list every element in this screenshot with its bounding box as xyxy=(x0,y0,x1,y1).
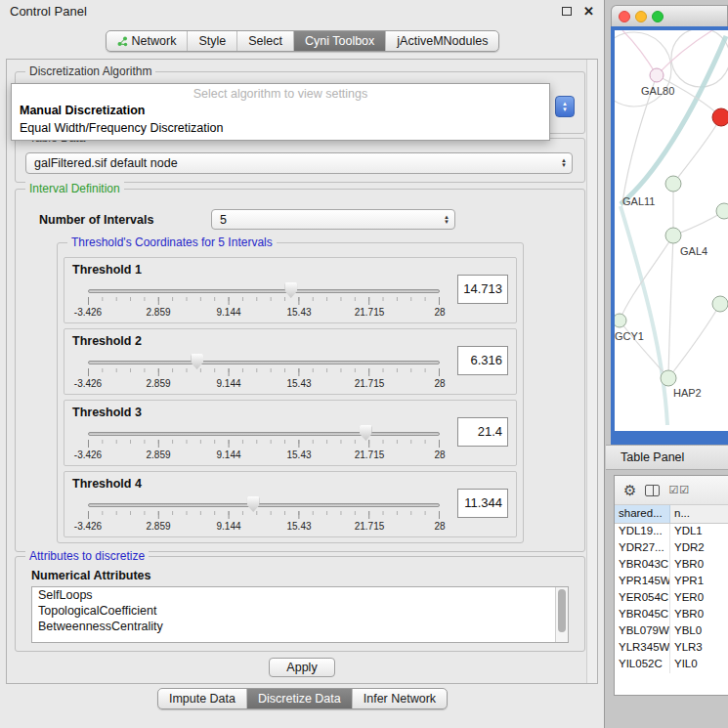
table-row[interactable]: YLR345WYLR3 xyxy=(615,640,728,657)
scale-label: 9.144 xyxy=(216,521,240,532)
table-row[interactable]: YBR045CYBR0 xyxy=(615,607,728,623)
threshold-value-field[interactable]: 21.4 xyxy=(457,417,508,447)
threshold-slider[interactable]: -3.4262.8599.14415.4321.71528 xyxy=(88,352,440,393)
network-node[interactable] xyxy=(650,68,664,82)
edge xyxy=(657,30,712,75)
table-row[interactable]: YPR145WYPR1 xyxy=(615,574,728,590)
list-item-betweennesscentrality[interactable]: BetweennessCentrality xyxy=(32,619,568,634)
panel-scrollbar[interactable] xyxy=(586,60,597,683)
cell-shared-name: YBR045C xyxy=(615,607,670,623)
cell-name: YLR3 xyxy=(670,640,728,657)
tab-style[interactable]: Style xyxy=(187,31,236,51)
cell-name: YER0 xyxy=(670,590,728,607)
number-of-intervals-combo[interactable]: 5 ▲ ▼ xyxy=(211,209,455,230)
slider-thumb[interactable] xyxy=(191,354,203,369)
cyni-toolbox-panel: Discretization Algorithm ▲ ▼ Select algo… xyxy=(6,59,598,684)
table-row[interactable]: YBR043CYBR0 xyxy=(615,557,728,574)
top-tabs: NetworkStyleSelectCyni ToolboxjActiveMNo… xyxy=(106,30,500,52)
attributes-group-title: Attributes to discretize xyxy=(25,549,149,563)
minimize-traffic-light[interactable] xyxy=(635,11,647,22)
list-scrollbar-thumb[interactable] xyxy=(558,589,566,632)
bottom-tab-label: Impute Data xyxy=(169,692,236,706)
threshold-value-field[interactable]: 11.344 xyxy=(457,489,508,518)
float-window-icon[interactable] xyxy=(562,7,572,16)
threshold-value-field[interactable]: 6.316 xyxy=(457,346,508,375)
close-icon[interactable]: ✕ xyxy=(583,5,594,18)
bottom-tab-infer-network[interactable]: Infer Network xyxy=(352,689,447,708)
threshold-slider[interactable]: -3.4262.8599.14415.4321.71528 xyxy=(88,494,440,535)
list-item-topologicalcoefficient[interactable]: TopologicalCoefficient xyxy=(32,603,568,619)
network-node[interactable] xyxy=(661,370,676,386)
algorithm-popup-items: Manual DiscretizationEqual Width/Frequen… xyxy=(12,102,549,137)
numerical-attributes-list: SelfLoopsTopologicalCoefficientBetweenne… xyxy=(32,587,568,634)
tab-label: Network xyxy=(132,34,177,48)
columns-icon[interactable] xyxy=(645,485,660,496)
algorithm-combo-stepper[interactable]: ▲ ▼ xyxy=(555,96,575,117)
tab-label: Style xyxy=(198,34,226,48)
number-of-intervals-label: Number of Intervals xyxy=(39,213,153,227)
list-item-selfloops[interactable]: SelfLoops xyxy=(32,587,568,603)
popup-item-manual-discretization[interactable]: Manual Discretization xyxy=(12,102,549,119)
stepper-down-icon: ▼ xyxy=(562,107,568,112)
combo-stepper-icon: ▲ ▼ xyxy=(556,153,572,173)
network-node[interactable] xyxy=(665,176,681,192)
bottom-tab-impute-data[interactable]: Impute Data xyxy=(158,689,246,708)
slider-thumb[interactable] xyxy=(360,425,372,441)
tab-cyni-toolbox[interactable]: Cyni Toolbox xyxy=(293,31,385,51)
edge xyxy=(620,236,673,321)
table-row[interactable]: YBL079WYBL0 xyxy=(615,623,728,640)
column-header-shared-name[interactable]: shared... xyxy=(615,505,670,523)
cell-name: YDL1 xyxy=(670,524,728,540)
scale-label: 21.715 xyxy=(355,521,385,532)
table-row[interactable]: YIL052CYIL0 xyxy=(615,657,728,673)
slider-thumb[interactable] xyxy=(284,282,297,298)
threshold-slider[interactable]: -3.4262.8599.14415.4321.71528 xyxy=(88,280,440,321)
network-node[interactable] xyxy=(665,228,681,243)
list-scrollbar[interactable] xyxy=(555,587,568,642)
close-traffic-light[interactable] xyxy=(619,11,630,22)
network-node[interactable] xyxy=(712,108,728,126)
slider-track xyxy=(88,289,440,293)
select-columns-checkbox-icons[interactable]: ☑☑ xyxy=(668,484,690,496)
threshold-slider[interactable]: -3.4262.8599.14415.4321.71528 xyxy=(88,423,440,464)
table-row[interactable]: YDL19...YDL1 xyxy=(615,524,728,540)
table-data-combo[interactable]: galFiltered.sif default node ▲ ▼ xyxy=(25,152,573,174)
gear-icon[interactable]: ⚙ xyxy=(623,483,636,497)
slider-thumb[interactable] xyxy=(247,496,260,512)
network-node[interactable] xyxy=(615,314,626,327)
node-label: GCY1 xyxy=(615,330,644,342)
tab-select[interactable]: Select xyxy=(236,31,293,51)
threshold-value-field[interactable]: 14.713 xyxy=(457,275,508,304)
popup-item-equal-width-frequency-discretization[interactable]: Equal Width/Frequency Discretization xyxy=(12,119,549,137)
table-row[interactable]: YDR27...YDR2 xyxy=(615,540,728,557)
scale-label: 9.144 xyxy=(216,450,240,460)
network-window-titlebar xyxy=(611,5,728,26)
thresholds-coordinates-group: Threshold's Coordinates for 5 Intervals … xyxy=(57,242,524,543)
table-rows: YDL19...YDL1YDR27...YDR2YBR043CYBR0YPR14… xyxy=(615,524,728,673)
bottom-tab-label: Discretize Data xyxy=(258,692,341,706)
slider-major-ticks xyxy=(88,297,440,305)
cell-shared-name: YBL079W xyxy=(615,623,670,640)
numerical-attributes-listbox: SelfLoopsTopologicalCoefficientBetweenne… xyxy=(31,586,569,643)
apply-button[interactable]: Apply xyxy=(269,658,335,677)
cell-name: YIL0 xyxy=(670,657,728,673)
network-canvas[interactable]: GAL80GAL11GAL4GCY1HAP2 xyxy=(615,30,728,431)
network-node[interactable] xyxy=(712,296,728,312)
tab-jactivemnodules[interactable]: jActiveMNodules xyxy=(385,31,498,51)
table-row[interactable]: YER054CYER0 xyxy=(615,590,728,607)
table-data-combo-value: galFiltered.sif default node xyxy=(34,156,556,170)
threshold-row: Threshold 2-3.4262.8599.14415.4321.71528… xyxy=(64,328,517,395)
tab-network[interactable]: Network xyxy=(107,31,188,51)
column-header-name[interactable]: n... xyxy=(670,505,728,523)
threshold-row: Threshold 1-3.4262.8599.14415.4321.71528… xyxy=(64,257,517,323)
tab-label: Cyni Toolbox xyxy=(305,34,374,48)
table-panel-title: Table Panel xyxy=(621,450,684,464)
zoom-traffic-light[interactable] xyxy=(652,11,664,22)
bottom-tabs-row: Impute DataDiscretize DataInfer Network xyxy=(0,688,605,709)
bottom-tab-discretize-data[interactable]: Discretize Data xyxy=(246,689,352,708)
node-label: GAL4 xyxy=(680,245,707,257)
scale-label: 21.715 xyxy=(355,307,385,318)
network-node[interactable] xyxy=(716,203,728,219)
cell-shared-name: YDR27... xyxy=(615,540,670,557)
network-view-frame: GAL80GAL11GAL4GCY1HAP2 xyxy=(611,26,728,445)
